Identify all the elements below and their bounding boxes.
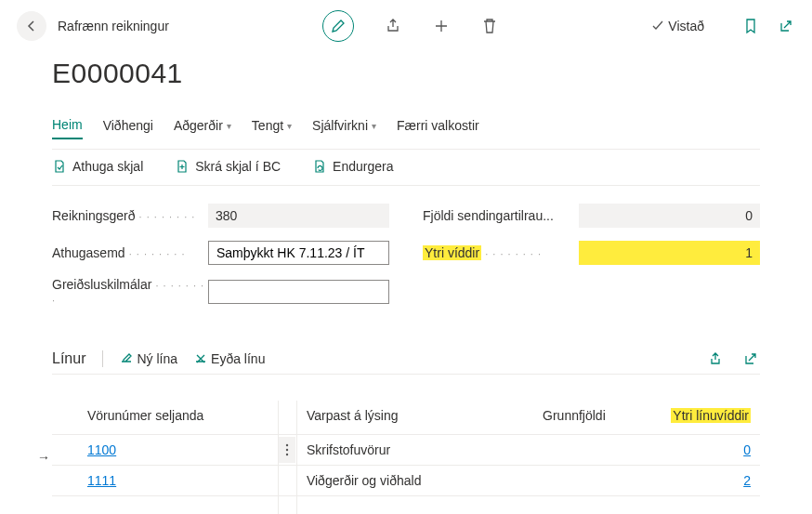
tab-home-label: Heim [52,117,83,132]
invoice-type-value: 380 [208,204,389,228]
base-qty-cell [494,466,615,496]
edit-button[interactable] [322,10,354,42]
note-input[interactable] [208,241,389,265]
pencil-icon [331,19,346,33]
table-row[interactable] [52,496,760,515]
lines-section-title: Línur [52,350,85,367]
chevron-down-icon: ▾ [287,121,292,131]
more-vertical-icon [285,443,289,456]
check-document-label: Athuga skjal [72,159,143,174]
table-row[interactable]: 1111Viðgerðir og viðhald2 [52,466,760,496]
row-menu-button[interactable] [279,437,295,463]
col-vendor-item[interactable]: Vörunúmer seljanda [78,401,278,435]
document-add-icon [175,159,190,174]
new-line-action[interactable]: Ný lína [120,351,177,366]
check-icon [651,20,664,33]
svg-point-1 [286,449,288,451]
new-line-icon [120,352,133,365]
ext-dims-label: Ytri víddir [423,245,579,260]
desc-cell: Viðgerðir og viðhald [296,466,494,496]
divider [102,350,103,367]
new-button[interactable] [432,17,451,35]
delete-button[interactable] [480,17,499,35]
bookmark-icon [744,18,757,34]
check-document-action[interactable]: Athuga skjal [52,159,143,174]
popout-icon [743,351,758,366]
regenerate-action[interactable]: Endurgera [312,159,393,174]
tab-automation[interactable]: Sjálfvirkni▾ [312,112,376,138]
page-title: E0000041 [52,58,760,89]
note-label: Athugasemd [52,245,208,260]
record-document-action[interactable]: Skrá skjal í BC [175,159,281,174]
saved-label: Vistað [668,19,704,33]
back-button[interactable] [17,11,46,41]
tab-actions-label: Aðgerðir [174,118,223,133]
tab-related[interactable]: Tengt▾ [252,112,292,138]
invoice-type-label: Reikningsgerð [52,208,208,223]
ext-dims-value[interactable]: 1 [579,241,760,265]
payment-terms-input[interactable] [208,280,389,304]
chevron-down-icon: ▾ [227,121,231,131]
plus-icon [433,18,450,34]
table-row[interactable]: 1100Skrifstofuvörur0 [52,435,760,466]
lines-share-button[interactable] [706,349,725,368]
desc-cell: Skrifstofuvörur [296,435,494,466]
tab-fewer-label: Færri valkostir [397,118,479,133]
ext-dims-link[interactable]: 0 [743,442,751,457]
ext-dims-link[interactable]: 2 [743,473,751,488]
share-icon [385,18,401,34]
vendor-item-link[interactable]: 1111 [87,473,116,488]
lines-popout-button[interactable] [741,349,760,368]
document-refresh-icon [312,159,327,174]
base-qty-cell [494,435,615,466]
payment-terms-label: Greiðsluskilmálar [52,277,208,307]
tab-bar: Heim Viðhengi Aðgerðir▾ Tengt▾ Sjálfvirk… [52,112,760,139]
col-base-qty[interactable]: Grunnfjöldi [494,401,615,435]
tab-home[interactable]: Heim [52,112,83,139]
regenerate-label: Endurgera [333,159,393,174]
popout-button[interactable] [777,17,795,35]
vendor-item-link[interactable]: 1100 [87,442,116,457]
tab-actions[interactable]: Aðgerðir▾ [174,112,231,138]
delete-line-icon [194,352,207,365]
tab-attachments-label: Viðhengi [103,118,153,133]
delete-line-label: Eyða línu [211,351,265,366]
arrow-left-icon [24,19,39,33]
share-icon [708,351,723,366]
action-row: Athuga skjal Skrá skjal í BC Endurgera [52,149,760,186]
saved-status: Vistað [651,19,704,33]
delete-line-action[interactable]: Eyða línu [194,351,265,366]
trash-icon [482,18,497,34]
document-check-icon [52,159,67,174]
svg-point-2 [286,454,288,455]
chevron-down-icon: ▾ [372,121,376,131]
tab-fewer-options[interactable]: Færri valkostir [397,112,479,138]
new-line-label: Ný lína [137,351,177,366]
lines-table: Vörunúmer seljanda Varpast á lýsing Grun… [52,401,760,514]
breadcrumb: Rafrænn reikningur [58,19,169,33]
col-desc[interactable]: Varpast á lýsing [296,401,494,435]
record-document-label: Skrá skjal í BC [195,159,281,174]
popout-icon [779,19,793,33]
tab-automation-label: Sjálfvirkni [312,118,368,133]
col-ext-line-dims[interactable]: Ytri línuvíddir [615,401,760,435]
tab-attachments[interactable]: Viðhengi [103,112,153,138]
svg-point-0 [286,444,288,446]
share-button[interactable] [384,17,402,35]
tab-related-label: Tengt [252,118,283,133]
send-attempts-label: Fjöldi sendingartilrau... [423,208,579,223]
send-attempts-value: 0 [579,204,760,228]
bookmark-button[interactable] [741,17,760,35]
